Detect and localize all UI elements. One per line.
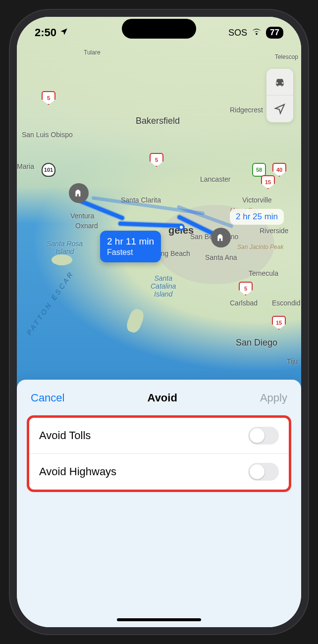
sos-indicator: SOS bbox=[228, 28, 247, 38]
shield-us101: 101 bbox=[42, 163, 55, 177]
route-alt-time: 2 hr 25 min bbox=[236, 212, 278, 221]
label-riverside: Riverside bbox=[260, 227, 288, 235]
route-label: Fastest bbox=[107, 248, 154, 257]
phone-frame: 2:50 SOS 77 Tulare Telescop Bakersfield … bbox=[10, 10, 308, 634]
dynamic-island bbox=[122, 19, 196, 39]
map-controls bbox=[266, 69, 293, 122]
transport-mode-button[interactable] bbox=[266, 69, 293, 96]
avoid-options-highlight: Avoid Tolls Avoid Highways bbox=[27, 415, 291, 492]
route-waypoint-dot bbox=[178, 224, 185, 231]
label-san-diego: San Diego bbox=[236, 338, 277, 348]
avoid-tolls-row: Avoid Tolls bbox=[29, 418, 289, 453]
shield-ca58: 58 bbox=[252, 163, 266, 177]
label-lancaster: Lancaster bbox=[200, 175, 230, 183]
map-land bbox=[17, 17, 301, 393]
label-oxnard: Oxnard bbox=[75, 222, 98, 230]
battery-indicator: 77 bbox=[266, 27, 283, 39]
route-callout-main[interactable]: 2 hr 11 min Fastest bbox=[100, 231, 161, 262]
label-tijuana: Tiju bbox=[287, 357, 298, 365]
screen: 2:50 SOS 77 Tulare Telescop Bakersfield … bbox=[17, 17, 301, 627]
origin-pin[interactable] bbox=[69, 183, 89, 203]
locate-me-button[interactable] bbox=[266, 96, 293, 122]
avoid-sheet: Cancel Avoid Apply Avoid Tolls Avoid Hig… bbox=[17, 380, 301, 627]
home-indicator[interactable] bbox=[117, 618, 201, 621]
status-left: 2:50 bbox=[35, 26, 68, 39]
status-right: SOS 77 bbox=[228, 27, 283, 39]
label-carlsbad: Carlsbad bbox=[230, 299, 258, 307]
route-callout-alt[interactable]: 2 hr 25 min bbox=[230, 209, 284, 225]
avoid-highways-label: Avoid Highways bbox=[39, 465, 116, 478]
cancel-button[interactable]: Cancel bbox=[31, 392, 64, 404]
label-san-jacinto: San Jacinto Peak bbox=[237, 244, 283, 250]
sheet-title: Avoid bbox=[148, 392, 177, 404]
sheet-header: Cancel Avoid Apply bbox=[27, 392, 291, 415]
label-victorville: Victorville bbox=[242, 196, 272, 204]
label-ridgecrest: Ridgecrest bbox=[230, 106, 263, 114]
avoid-highways-row: Avoid Highways bbox=[29, 453, 289, 490]
label-slo: San Luis Obispo bbox=[22, 131, 73, 139]
status-time: 2:50 bbox=[35, 26, 56, 39]
map-view[interactable]: Tulare Telescop Bakersfield Ridgecrest S… bbox=[17, 17, 301, 393]
label-maria: Maria bbox=[17, 162, 34, 170]
label-ventura: Ventura bbox=[70, 212, 94, 220]
label-bakersfield: Bakersfield bbox=[136, 116, 180, 126]
label-santa-ana: Santa Ana bbox=[205, 253, 237, 261]
label-santa-rosa-island: Santa Rosa Island bbox=[47, 240, 83, 255]
label-escondido: Escondid bbox=[272, 299, 301, 307]
route-time: 2 hr 11 min bbox=[107, 236, 154, 248]
location-arrow-icon bbox=[59, 26, 68, 39]
label-temecula: Temecula bbox=[249, 269, 278, 277]
destination-pin[interactable] bbox=[211, 228, 231, 248]
avoid-tolls-label: Avoid Tolls bbox=[39, 429, 91, 442]
wifi-icon bbox=[251, 27, 262, 39]
avoid-highways-toggle[interactable] bbox=[248, 463, 279, 481]
apply-button[interactable]: Apply bbox=[260, 392, 287, 404]
label-catalina: Santa Catalina Island bbox=[151, 274, 176, 298]
island-shape bbox=[52, 254, 72, 265]
label-tulare: Tulare bbox=[84, 49, 101, 56]
label-telescop: Telescop bbox=[275, 53, 298, 60]
avoid-tolls-toggle[interactable] bbox=[248, 427, 279, 445]
